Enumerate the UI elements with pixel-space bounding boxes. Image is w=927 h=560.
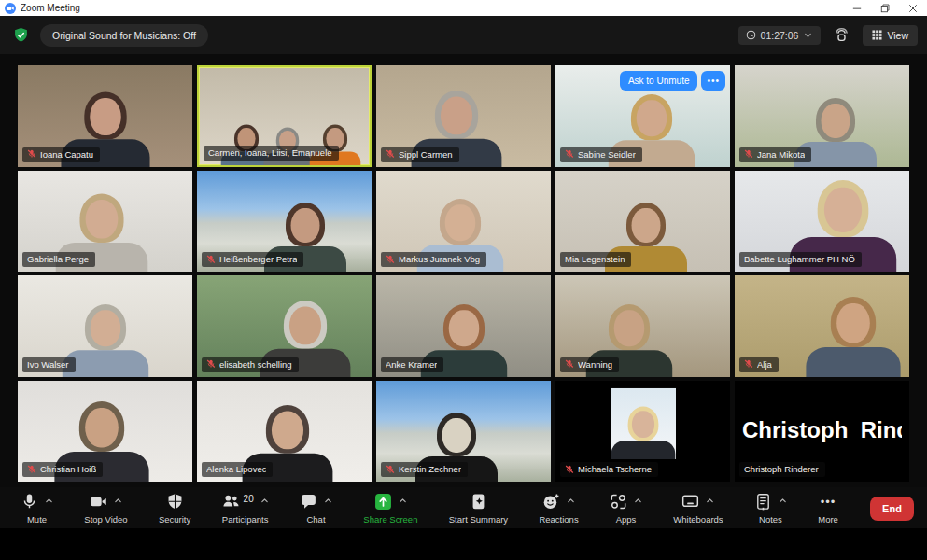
participant-tile[interactable]: Ioana Capatu [18,65,192,167]
participant-tile[interactable]: Anke Kramer [376,275,551,377]
share-screen-button[interactable]: Share Screen [363,493,417,525]
caret-up-icon[interactable] [779,497,787,505]
participant-name-label: Heißenberger Petra [202,252,303,267]
participant-tile[interactable]: Heißenberger Petra [197,171,372,273]
participant-name-label: Wanning [560,357,619,372]
muted-mic-icon [565,465,574,474]
original-sound-button[interactable]: Original Sound for Musicians: Off [40,24,208,47]
meeting-toolbar: Mute Stop Video Security 20 Participants [0,487,927,528]
participants-button[interactable]: 20 Participants [222,493,269,525]
participant-tile[interactable]: Alja [735,275,909,377]
tile-hover-controls: Ask to Unmute••• [620,71,725,91]
participant-name-label: Gabriella Perge [22,252,95,267]
toolbar-button-label: Notes [759,514,782,525]
participant-name: Sabine Seidler [578,149,636,160]
toolbar-button-label: Participants [222,514,269,525]
participant-tile[interactable]: elisabeth schelling [197,275,372,377]
window-title: Zoom Meeting [21,3,80,13]
participant-name-label: Sippl Carmen [381,147,459,162]
participant-name: Mia Legenstein [565,254,625,264]
notes-icon [754,493,772,511]
meeting-timer[interactable]: 01:27:06 [738,26,822,45]
toolbar-button-label: More [818,514,838,525]
participant-tile[interactable]: Gabriella Perge [18,171,192,273]
notes-button[interactable]: Notes [754,493,787,525]
participant-name-label: Ioana Capatu [22,147,100,162]
whiteboard-icon [681,493,699,511]
participant-name-label: Mia Legenstein [560,252,631,267]
chat-button[interactable]: Chat [300,493,332,525]
participant-tile[interactable]: Michaela Tscherne [555,381,730,483]
muted-mic-icon [386,255,395,264]
participant-name: Wanning [578,359,612,370]
caret-up-icon[interactable] [324,497,332,505]
view-button[interactable]: View [863,25,918,46]
end-button[interactable]: End [870,497,914,521]
maximize-button[interactable] [871,0,899,16]
participant-tile[interactable]: Wanning [555,275,730,377]
titlebar: Zoom Meeting [0,0,927,16]
participant-name-label: Kerstin Zechner [381,462,468,477]
participant-tile[interactable]: Markus Juranek Vbg [376,171,551,273]
toolbar-button-label: Mute [27,514,47,525]
toolbar-button-label: Reactions [539,514,578,525]
caret-up-icon[interactable] [567,497,575,505]
participant-tile[interactable]: Mia Legenstein [555,171,730,273]
participant-tile[interactable]: Ivo Walser [18,275,192,377]
broadcast-icon[interactable] [831,24,852,46]
security-button[interactable]: Security [159,493,190,525]
meeting-header: Original Sound for Musicians: Off 01:27:… [0,16,927,54]
participant-name: Jana Mikota [757,149,805,160]
participant-tile[interactable]: Christoph Rinde... Christoph Rinderer [735,381,909,483]
participant-name-label: Ivo Walser [22,357,76,372]
close-button[interactable] [899,0,927,16]
security-shield-icon[interactable] [13,27,29,43]
more-button[interactable]: ••• More [818,493,838,525]
participant-name: Ioana Capatu [40,149,93,160]
participant-tile[interactable]: Alenka Lipovec [197,381,372,483]
toolbar-button-label: Stop Video [84,514,127,525]
mic-icon [21,493,38,511]
more-icon: ••• [821,493,836,511]
participant-name: Michaela Tscherne [578,464,652,474]
participant-name-label: Michaela Tscherne [560,462,658,477]
tile-more-options-button[interactable]: ••• [701,71,725,91]
participant-name: Gabriella Perge [27,254,89,264]
participant-big-name: Christoph Rinde... [742,417,902,443]
participant-tile[interactable]: Christian Hoiß [18,381,192,483]
start-summary-button[interactable]: Start Summary [449,493,508,525]
participant-count-badge: 20 [244,494,254,504]
caret-up-icon[interactable] [260,497,269,505]
participant-tile[interactable]: Carmen, Ioana, Liisi, Emanuele [197,65,372,167]
mute-button[interactable]: Mute [21,493,53,525]
participant-name: Anke Kramer [386,359,437,370]
participant-name-label: Carmen, Ioana, Liisi, Emanuele [204,146,339,161]
chat-icon [300,493,317,511]
caret-up-icon[interactable] [45,497,53,505]
muted-mic-icon [565,149,574,159]
stop-video-button[interactable]: Stop Video [84,493,127,525]
caret-up-icon[interactable] [634,497,642,505]
participant-tile[interactable]: Sippl Carmen [376,65,551,167]
person-figure [611,407,676,459]
person-figure [805,297,902,377]
minimize-button[interactable] [843,0,871,16]
caret-down-icon[interactable] [803,30,813,40]
reactions-button[interactable]: Reactions [539,493,578,525]
caret-up-icon[interactable] [114,497,122,505]
participant-tile[interactable]: Kerstin Zechner [376,381,551,483]
ask-to-unmute-button[interactable]: Ask to Unmute [620,71,698,91]
caret-up-icon[interactable] [706,497,714,505]
participant-tile[interactable]: Sabine Seidler Ask to Unmute••• [555,65,730,167]
timer-value: 01:27:06 [761,30,799,41]
participant-name: Christian Hoiß [40,464,96,474]
apps-button[interactable]: Apps [610,493,642,525]
whiteboards-button[interactable]: Whiteboards [673,493,723,525]
participant-name: Markus Juranek Vbg [399,254,480,264]
people-icon [222,493,240,511]
participant-tile[interactable]: Jana Mikota [735,65,909,167]
participant-tile[interactable]: Babette Lughammer PH NÖ [735,171,909,273]
participant-name-label: Alenka Lipovec [202,462,273,477]
participant-name: Carmen, Ioana, Liisi, Emanuele [208,147,332,158]
caret-up-icon[interactable] [399,497,407,505]
